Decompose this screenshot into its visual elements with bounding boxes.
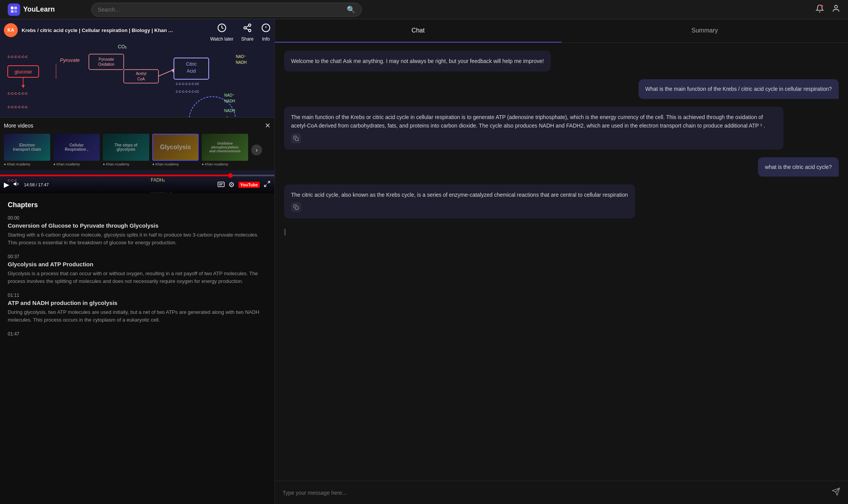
share-label: Share (241, 36, 254, 42)
info-button[interactable]: Info (261, 23, 271, 42)
video-player[interactable]: glucose c-c-c-c-c-c c-c-c-c-c-c c-c-c-c-… (0, 19, 274, 193)
send-button[interactable] (832, 487, 840, 498)
svg-rect-59 (295, 207, 298, 210)
more-videos-header: More videos ✕ (4, 121, 271, 130)
subtitles-button[interactable] (218, 181, 225, 189)
svg-text:c-c-c-c-c-c-cc: c-c-c-c-c-c-cc (176, 82, 199, 86)
svg-line-48 (246, 26, 249, 27)
watch-later-button[interactable]: Watch later (210, 23, 233, 42)
chapter-desc-2: During glycolysis, two ATP molecules are… (8, 308, 267, 324)
chapter-item-0: 00:00 Conversion of Glucose to Pyruvate … (8, 215, 267, 246)
chapter-item-3: 01:47 (8, 331, 267, 337)
svg-rect-53 (218, 182, 224, 187)
bot-message-1-text: The main function of the Krebs or citric… (291, 114, 765, 129)
svg-point-4 (821, 5, 823, 7)
thumb-card-2[interactable]: CellularRespiration , ● Khan Academy (53, 134, 100, 166)
svg-text:Pyruvate: Pyruvate (60, 57, 80, 63)
svg-text:c-c-c-c-c-c: c-c-c-c-c-c (8, 104, 28, 109)
chapter-desc-0: Starting with a 6-carbon glucose molecul… (8, 231, 267, 246)
svg-point-44 (249, 24, 251, 26)
share-button[interactable]: Share (241, 23, 254, 42)
svg-rect-3 (14, 10, 17, 13)
user-message-1-text: what is the citric acid cycle? (765, 164, 832, 170)
search-icon[interactable]: 🔍 (347, 5, 355, 14)
svg-text:NAD⁺: NAD⁺ (236, 54, 246, 59)
main-layout: glucose c-c-c-c-c-c c-c-c-c-c-c c-c-c-c-… (0, 19, 848, 504)
svg-text:Acid: Acid (187, 68, 196, 74)
user-message-0-text: What is the main function of the Krebs /… (645, 86, 832, 92)
app-logo-icon (8, 3, 20, 16)
chapter-name-1[interactable]: Glycolysis and ATP Production (8, 261, 267, 267)
thumb-source-4: ● Khan Academy (152, 162, 199, 166)
tab-summary-label: Summary (691, 27, 718, 34)
svg-text:NADH: NADH (224, 99, 235, 103)
close-more-videos-button[interactable]: ✕ (265, 121, 271, 130)
notification-icon[interactable] (816, 4, 824, 15)
copy-button-0[interactable] (291, 133, 301, 143)
svg-text:glucose: glucose (15, 69, 32, 75)
bot-message-2: The citric acid cycle, also known as the… (284, 184, 635, 218)
svg-text:CoA: CoA (137, 77, 145, 81)
svg-text:Acetyl: Acetyl (136, 72, 146, 76)
tab-summary[interactable]: Summary (562, 19, 848, 43)
user-message-0: What is the main function of the Krebs /… (639, 79, 839, 99)
fullscreen-button[interactable] (264, 180, 271, 189)
chapter-name-2[interactable]: ATP and NADH production in glycolysis (8, 300, 267, 306)
svg-point-45 (244, 27, 246, 29)
svg-text:CO₂: CO₂ (118, 44, 127, 49)
youtube-logo: YouTube (238, 182, 260, 188)
svg-point-5 (834, 5, 837, 8)
svg-point-46 (249, 29, 251, 32)
play-button[interactable]: ▶ (4, 180, 9, 189)
svg-text:NADH: NADH (236, 60, 247, 65)
app-name: YouLearn (23, 5, 55, 14)
chapter-time-0: 00:00 (8, 215, 267, 221)
volume-button[interactable] (13, 180, 20, 189)
tabs-bar: Chat Summary (275, 19, 848, 43)
svg-rect-0 (11, 7, 14, 9)
watch-later-label: Watch later (210, 36, 233, 42)
svg-text:Pyruvate: Pyruvate (99, 57, 114, 61)
search-bar[interactable]: 🔍 (91, 3, 362, 17)
thumb-card-1[interactable]: Electrontransport chain ● Khan Academy (4, 134, 50, 166)
svg-text:Citric: Citric (186, 61, 196, 67)
thumb-source-2: ● Khan Academy (53, 162, 100, 166)
svg-text:c-c-c-c-c-c: c-c-c-c-c-c (8, 91, 28, 95)
bot-message-0-text: Welcome to the chat! Ask me anything. I … (291, 58, 544, 64)
chapter-name-0[interactable]: Conversion of Glucose to Pyruvate throug… (8, 222, 267, 229)
thumb-nav-next[interactable]: › (251, 145, 262, 155)
tab-chat[interactable]: Chat (275, 19, 562, 43)
svg-rect-2 (11, 10, 14, 13)
copy-button-1[interactable] (291, 202, 301, 212)
thumb-overlay-4 (153, 135, 198, 160)
svg-text:NADH: NADH (224, 109, 235, 113)
message-actions-0 (291, 133, 776, 143)
thumb-card-5[interactable]: Oxidativephosphorylationand chemiosmosis… (202, 134, 248, 166)
chat-input[interactable] (283, 490, 827, 496)
more-videos-title: More videos (4, 123, 33, 129)
chapter-item-1: 00:37 Glycolysis and ATP Production Glyc… (8, 254, 267, 285)
chapter-time-2: 01:11 (8, 293, 267, 298)
thumb-card-3[interactable]: The steps ofglycolysis ● Khan Academy (103, 134, 149, 166)
svg-marker-52 (14, 182, 17, 186)
tab-chat-label: Chat (412, 27, 425, 34)
user-icon[interactable] (832, 4, 840, 15)
thumb-overlay-3 (103, 134, 149, 161)
chapter-time-1: 00:37 (8, 254, 267, 259)
bot-message-0: Welcome to the chat! Ask me anything. I … (284, 51, 551, 72)
chapter-item-2: 01:11 ATP and NADH production in glycoly… (8, 293, 267, 324)
video-top-controls: Watch later Share (210, 23, 271, 42)
search-input[interactable] (98, 7, 343, 13)
thumb-card-4[interactable]: Glycolysis ● Khan Academy (152, 134, 199, 166)
right-panel: Chat Summary Welcome to the chat! Ask me… (275, 19, 848, 504)
settings-button[interactable]: ⚙ (228, 180, 235, 189)
left-panel: glucose c-c-c-c-c-c c-c-c-c-c-c c-c-c-c-… (0, 19, 274, 504)
svg-line-56 (268, 181, 270, 183)
bot-message-2-text: The citric acid cycle, also known as the… (291, 192, 628, 198)
video-content: Chapters 00:00 Conversion of Glucose to … (0, 193, 274, 352)
thumb-source-5: ● Khan Academy (202, 162, 248, 166)
message-actions-1 (291, 202, 628, 212)
svg-text:c-c-c-c-c-c-cc: c-c-c-c-c-c-cc (176, 89, 199, 94)
more-videos-popup: More videos ✕ Electrontransport chain ● … (0, 117, 274, 170)
svg-rect-1 (14, 7, 17, 9)
